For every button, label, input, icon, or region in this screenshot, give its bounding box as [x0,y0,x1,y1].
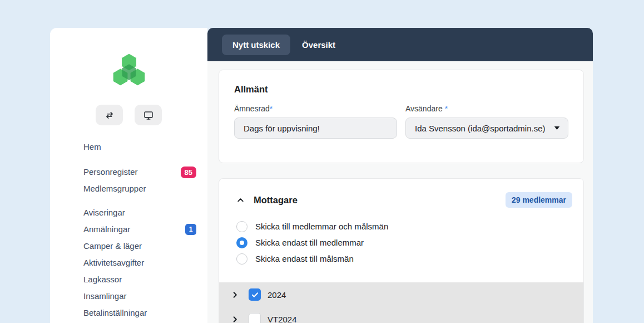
required-mark: * [445,104,448,113]
general-card-title: Allmänt [234,84,568,95]
sidebar-item-betalinstallningar[interactable]: Betalinställningar [50,305,207,321]
sidebar-item-label: Anmälningar [83,221,130,238]
app-shell: Hem Personregister 85 Medlemsgrupper Avi… [50,28,593,323]
sidebar: Hem Personregister 85 Medlemsgrupper Avi… [50,28,207,323]
main-panel: Nytt utskick Översikt Allmänt Ämnesrad* … [207,28,593,323]
tree-row-2024[interactable]: 2024 [219,282,583,307]
checkbox-checked-icon[interactable] [249,288,261,301]
radio-icon [236,221,247,232]
sidebar-item-anmalningar[interactable]: Anmälningar 1 [50,221,207,238]
sidebar-item-label: Insamlingar [83,288,127,305]
member-count-badge: 29 medlemmar [506,192,572,208]
chevron-up-icon [236,196,245,204]
required-mark: * [270,104,273,113]
sidebar-item-label: Medlemsgrupper [83,180,146,197]
tree-row-label: VT2024 [267,315,297,323]
group-tree: 2024 VT2024 [219,282,583,323]
chevron-right-icon[interactable] [231,291,239,299]
sidebar-item-aktivitetsavgifter[interactable]: Aktivitetsavgifter [50,255,207,271]
main-content: Allmänt Ämnesrad* Dags för uppvisning! A… [207,61,593,323]
sidebar-item-aviseringar[interactable]: Aviseringar [50,204,207,221]
caret-down-icon [554,126,560,130]
subject-field-group: Ämnesrad* Dags för uppvisning! [234,104,397,139]
count-badge: 1 [185,224,196,235]
radio-selected-icon [236,237,247,248]
subject-label: Ämnesrad* [234,104,397,113]
sidebar-item-label: Camper & läger [83,238,142,255]
general-card: Allmänt Ämnesrad* Dags för uppvisning! A… [219,70,584,163]
sidebar-item-personregister[interactable]: Personregister 85 [50,164,207,180]
sidebar-item-label: Betalinställningar [83,305,147,321]
recipients-card: Mottagare 29 medlemmar Skicka till medle… [219,178,584,323]
sidebar-item-hem[interactable]: Hem [50,139,207,155]
sender-field-group: Avsändare* Ida Svensson (ida@sportadmin.… [405,104,568,139]
sidebar-item-label: Hem [83,139,101,155]
count-badge: 85 [181,167,196,178]
subject-input-value: Dags för uppvisning! [244,124,320,133]
sidebar-item-label: Personregister [83,164,138,180]
sender-select-value: Ida Svensson (ida@sportadmin.se) [415,124,546,133]
swap-view-button[interactable] [96,105,123,125]
topbar: Nytt utskick Översikt [207,28,593,61]
sidebar-item-camper-lager[interactable]: Camper & läger [50,238,207,255]
display-mode-button[interactable] [135,105,162,125]
checkbox-unchecked-icon[interactable] [249,313,261,323]
radio-icon [236,253,247,265]
recipient-options: Skicka till medlemmar och målsmän Skicka… [219,218,583,282]
sender-select[interactable]: Ida Svensson (ida@sportadmin.se) [405,118,568,139]
subject-input[interactable]: Dags för uppvisning! [234,118,397,139]
sidebar-item-label: Lagkassor [83,271,122,288]
recipients-header[interactable]: Mottagare 29 medlemmar [219,179,583,208]
tree-row-vt2024[interactable]: VT2024 [219,307,583,323]
tab-oversikt[interactable]: Översikt [302,40,335,50]
sidebar-item-lagkassor[interactable]: Lagkassor [50,271,207,288]
sidebar-item-insamlingar[interactable]: Insamlingar [50,288,207,305]
tree-row-label: 2024 [267,290,286,300]
radio-option-members-and-guardians[interactable]: Skicka till medlemmar och målsmän [236,218,583,234]
radio-option-guardians-only[interactable]: Skicka endast till målsmän [236,251,583,267]
radio-option-members-only[interactable]: Skicka endast till medlemmar [236,234,583,251]
swap-arrows-icon [103,109,116,121]
tab-nytt-utskick[interactable]: Nytt utskick [222,35,290,55]
sidebar-item-label: Aktivitetsavgifter [83,255,144,271]
sidebar-item-label: Aviseringar [83,204,125,221]
monitor-icon [142,109,155,121]
chevron-right-icon[interactable] [231,315,239,323]
sender-label: Avsändare* [405,104,568,113]
sidebar-item-medlemsgrupper[interactable]: Medlemsgrupper [50,180,207,197]
recipients-title: Mottagare [254,195,298,205]
sportadmin-logo [111,52,147,88]
sidebar-toolbar [96,105,162,125]
sidebar-nav: Hem Personregister 85 Medlemsgrupper Avi… [50,139,207,321]
